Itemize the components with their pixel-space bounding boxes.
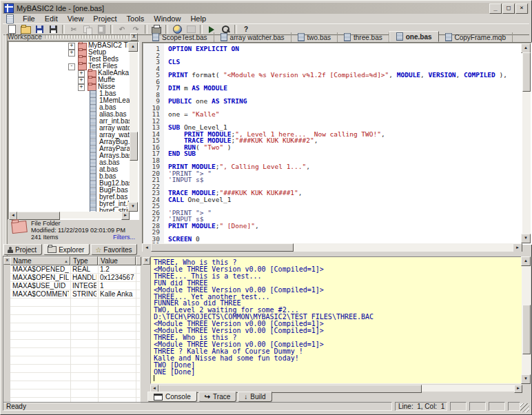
watch-row[interactable]: MAXA$COMMENTSTRINGKalle Anka xyxy=(10,290,140,298)
document-icon xyxy=(298,33,305,41)
watch-cell: 0x12345678 xyxy=(100,274,134,281)
minimize-button[interactable]: _ xyxy=(489,3,502,14)
watch-row[interactable]: MAXA$OPEN_FILE_1.FIDHANDLE0x12345678 xyxy=(10,274,140,282)
tab-three-bas[interactable]: three.bas xyxy=(338,32,389,42)
scroll-right-icon[interactable]: ► xyxy=(514,385,522,393)
menu-view[interactable]: View xyxy=(63,14,89,23)
sort-ascending-icon: ▲ xyxy=(64,259,68,263)
tree-item-mybasic2-tracer[interactable]: +MyBASIC2 Tracer xyxy=(9,42,130,49)
watch-cell: INTEGER xyxy=(72,282,96,290)
watch-cell: Kalle Anka xyxy=(100,290,134,298)
code-line: 11one = "Kalle" xyxy=(143,111,522,118)
folder-info: File Folder Modified: 11/22/2019 02:01:0… xyxy=(8,220,138,243)
scroll-up-icon[interactable]: ▲ xyxy=(128,42,138,52)
workspace-grip[interactable] xyxy=(45,35,127,39)
code-line: 7DIM m AS MODULE xyxy=(143,85,522,92)
watch-row[interactable]: MAXA$USE_UIDINTEGER1 xyxy=(10,282,140,290)
code-line: 2 xyxy=(143,52,522,59)
editor-vertical-scrollbar[interactable]: ▲ ▼ xyxy=(522,43,531,243)
app-icon xyxy=(4,3,14,13)
menu-edit[interactable]: Edit xyxy=(40,14,63,23)
column-header-type[interactable]: Type xyxy=(70,256,98,265)
scroll-down-icon[interactable]: ▼ xyxy=(521,234,531,243)
tab-label: Favorites xyxy=(103,246,132,254)
menu-window[interactable]: Window xyxy=(149,14,185,23)
menu-tools[interactable]: Tools xyxy=(122,14,150,23)
folder-icon xyxy=(11,221,28,234)
code-line: 24CALL One_Level_1 xyxy=(143,196,522,203)
console-vscroll-thumb[interactable] xyxy=(522,305,531,354)
tab-console[interactable]: Console xyxy=(147,392,197,402)
tree-horizontal-scrollbar[interactable]: ◄ ► xyxy=(9,212,130,219)
mdi-child-icon[interactable] xyxy=(6,14,14,23)
tab-scopetest-bas[interactable]: ScopeTest.bas xyxy=(146,32,214,42)
code-line: 16 RUN( "Two" ) xyxy=(143,144,522,151)
watch-cell: MAXA$COMMENT xyxy=(12,290,69,298)
tab-project[interactable]: Project xyxy=(3,244,42,255)
document-icon xyxy=(152,33,159,41)
workspace-close-icon[interactable]: x xyxy=(130,33,138,41)
column-header-name[interactable]: Name▲ xyxy=(10,256,70,265)
folder-item-count: 241 Items xyxy=(31,234,59,241)
watch-row[interactable]: MAXA$OPENED_FILESREAL1.2 xyxy=(10,265,140,274)
close-button[interactable]: × xyxy=(515,3,528,14)
menu-file[interactable]: File xyxy=(18,14,40,23)
tree-vertical-scrollbar[interactable]: ▲ ▼ xyxy=(130,42,138,212)
watch-cell: HANDLE xyxy=(72,274,96,281)
project-icon xyxy=(8,247,13,253)
menu-help[interactable]: Help xyxy=(185,14,211,23)
console-strip: × xyxy=(142,256,150,384)
tab-label: Project xyxy=(15,246,37,254)
tab-label: Build xyxy=(250,393,265,401)
scroll-left-icon[interactable]: ◄ xyxy=(9,212,17,220)
column-header-value[interactable]: Value xyxy=(98,256,136,265)
document-icon xyxy=(396,32,403,41)
watch-cell: MAXA$OPENED_FILES xyxy=(12,265,69,273)
document-icon xyxy=(221,33,227,41)
tree-hscroll-thumb[interactable] xyxy=(17,212,60,220)
editor-hscroll-thumb[interactable] xyxy=(151,243,294,252)
status-pane xyxy=(450,402,467,411)
console-close-icon[interactable]: × xyxy=(143,257,150,265)
tab-two-bas[interactable]: two.bas xyxy=(291,32,338,42)
menu-project[interactable]: Project xyxy=(88,14,121,23)
console-output[interactable]: THREE, Who is this ?<Module THREE Versio… xyxy=(150,256,522,384)
console-line: Kalle and Nisse had some fun today! xyxy=(154,355,522,362)
tab-explorer[interactable]: Explorer xyxy=(43,244,90,255)
watch-table[interactable]: Name▲TypeValueMAXA$OPENED_FILESREAL1.2MA… xyxy=(10,256,140,403)
console-vertical-scrollbar[interactable]: ▲ ▼ xyxy=(522,256,531,384)
editor-horizontal-scrollbar[interactable]: ◄ ► xyxy=(142,243,522,252)
filters-link[interactable]: Filters... xyxy=(113,234,135,241)
panel-splitter[interactable] xyxy=(142,252,529,256)
document-tab-bar: ScopeTest.basarray watcher.bastwo.basthr… xyxy=(142,32,529,42)
trace-icon: ↪ xyxy=(205,393,210,401)
console-line: TWO [Done] xyxy=(154,362,522,369)
tab-array-watcher-bas[interactable]: array watcher.bas xyxy=(214,32,291,42)
code-area[interactable]: 1OPTION EXPLICIT ON23CLS45PRINT format( … xyxy=(143,43,522,243)
workspace-title: Workspace xyxy=(8,33,42,41)
tab-one-bas[interactable]: one.bas xyxy=(389,31,439,42)
resize-grip[interactable] xyxy=(520,403,529,412)
status-line-col: Line: 1, Col: 1 xyxy=(395,402,447,411)
tab-label: two.bas xyxy=(307,34,331,41)
menu-bar: FileEditViewProjectToolsWindowHelp xyxy=(3,14,529,23)
tab-copyframe-mqb[interactable]: CopyFrame.mqb xyxy=(439,32,513,42)
scroll-right-icon[interactable]: ► xyxy=(121,212,130,220)
workspace-tree: +MyBASIC2 Tracer+SetupTest Beds-Test Fil… xyxy=(8,41,139,220)
tree-scroll-thumb[interactable] xyxy=(130,132,138,161)
scroll-down-icon[interactable]: ▼ xyxy=(128,202,138,212)
watch-cell: MAXA$OPEN_FILE_1.FID xyxy=(12,274,69,281)
editor-vscroll-thumb[interactable] xyxy=(522,52,531,92)
scroll-up-icon[interactable]: ▲ xyxy=(521,43,531,53)
text-caret xyxy=(154,375,154,381)
tab-build[interactable]: ↓Build xyxy=(238,392,272,402)
tab-trace[interactable]: ↪Trace xyxy=(198,392,237,402)
tab-favorites[interactable]: ☆Favorites xyxy=(91,244,137,255)
code-line: 30SCREEN 0 xyxy=(143,236,522,243)
scroll-down-icon[interactable]: ▼ xyxy=(521,374,531,384)
console-horizontal-scrollbar[interactable]: ◄ ► xyxy=(150,385,522,392)
maximize-button[interactable]: □ xyxy=(502,3,515,14)
scroll-up-icon[interactable]: ▲ xyxy=(521,256,531,266)
tab-label: ScopeTest.bas xyxy=(162,34,207,41)
code-editor[interactable]: 1OPTION EXPLICIT ON23CLS45PRINT format( … xyxy=(142,42,532,245)
